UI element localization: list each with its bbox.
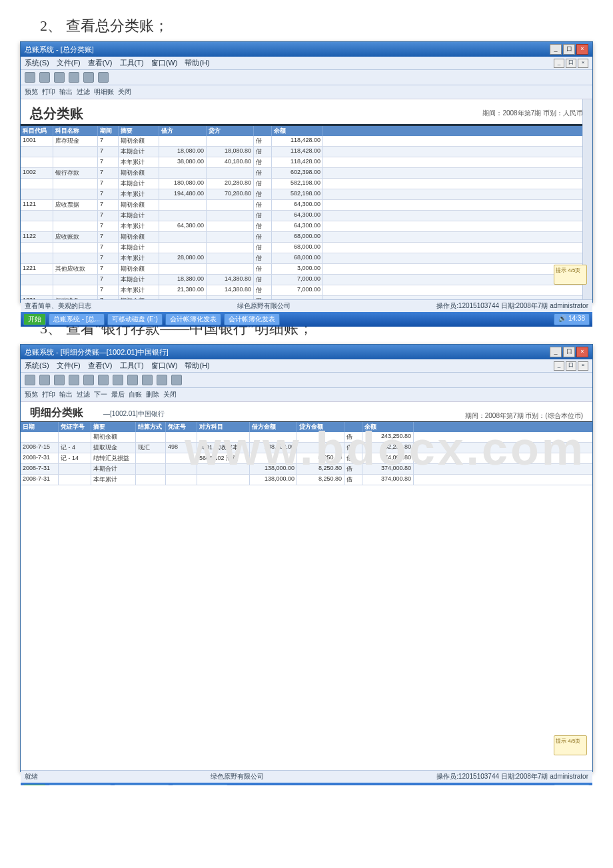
mdi-close[interactable]: ×: [578, 361, 588, 371]
menu-file[interactable]: 文件(F): [57, 361, 81, 369]
table-row[interactable]: 2008-7-31本期合计138,000.008,250.80借374,000.…: [21, 464, 592, 475]
tl-print[interactable]: 打印: [42, 87, 55, 97]
tl2-6[interactable]: 最后: [111, 390, 125, 399]
tl2-1[interactable]: 打印: [42, 390, 55, 399]
mdi-close[interactable]: ×: [578, 59, 588, 68]
preview-icon[interactable]: [25, 375, 35, 385]
cell: 14,380.80: [207, 285, 254, 295]
last-icon[interactable]: [127, 375, 138, 385]
cell: 1221: [21, 264, 53, 274]
table-row[interactable]: 1221其他应收款7期初余额借3,000.00: [21, 264, 592, 275]
tl2-10[interactable]: 关闭: [163, 390, 177, 399]
table-row[interactable]: 2008-7-15记 - 4提取现金现汇4984001 实收资本138,000.…: [21, 443, 592, 453]
print-icon[interactable]: [39, 72, 50, 83]
menu-view[interactable]: 查看(V): [88, 361, 113, 369]
minimize-button[interactable]: _: [550, 44, 562, 55]
tl2-2[interactable]: 输出: [59, 390, 73, 399]
table-row[interactable]: 1121应收票据7期初余额借64,300.00: [21, 200, 592, 211]
table-row[interactable]: 7本年累计64,380.00借64,300.00: [21, 221, 592, 232]
task-app[interactable]: 总账系统 - [明细...: [49, 784, 111, 785]
table-row[interactable]: 7本年累计194,480.0070,280.80借582,198.00: [21, 189, 592, 200]
menu-help[interactable]: 帮助(H): [185, 361, 209, 369]
menu-file[interactable]: 文件(F): [57, 59, 81, 67]
table-row[interactable]: 7本年累计21,380.0014,380.80借7,000.00: [21, 285, 592, 296]
filter-icon[interactable]: [69, 375, 79, 385]
table-row[interactable]: 1001库存现金7期初余额借118,428.00: [21, 136, 592, 147]
table-row[interactable]: 1122应收账款7期初余额借68,000.00: [21, 232, 592, 243]
export-icon[interactable]: [54, 72, 65, 83]
menu-help[interactable]: 帮助(H): [185, 59, 209, 67]
tl2-5[interactable]: 下一: [94, 390, 107, 399]
prev-icon[interactable]: [98, 375, 109, 385]
close-button[interactable]: ×: [576, 347, 588, 357]
minimize-button[interactable]: _: [550, 347, 562, 357]
table-row[interactable]: 1231坏账准备7期初余额平: [21, 296, 592, 299]
tl-export[interactable]: 输出: [59, 87, 73, 97]
tl-detail[interactable]: 明细账: [94, 87, 114, 97]
task-doc2[interactable]: 会计帐簿化发表: [224, 313, 280, 325]
start-button[interactable]: 开始: [23, 784, 46, 785]
cell: [166, 432, 197, 442]
cell: 应收账款: [53, 232, 98, 242]
table-row[interactable]: 7本期合计借68,000.00: [21, 243, 592, 253]
tl2-0[interactable]: 预览: [25, 390, 38, 399]
tray[interactable]: 🔊 14:38: [554, 313, 590, 325]
maximize-button[interactable]: 口: [563, 44, 575, 55]
menu-view[interactable]: 查看(V): [88, 59, 113, 67]
menu-system[interactable]: 系统(S): [25, 361, 49, 369]
menu-tools[interactable]: 工具(T): [120, 59, 144, 67]
table-row[interactable]: 2008-7-31记 - 14结转汇兑损益5603 102 汇兑8,250.80…: [21, 453, 592, 464]
table-row[interactable]: 7本期合计18,380.0014,380.80借7,000.00: [21, 275, 592, 285]
maximize-button[interactable]: 口: [563, 347, 575, 357]
task-doc1[interactable]: 会计帐簿化发表: [165, 313, 221, 325]
cell: [207, 264, 254, 274]
tl-close[interactable]: 关闭: [118, 87, 131, 97]
tl2-9[interactable]: 删除: [146, 390, 159, 399]
tips-balloon[interactable]: 提示 4/5页: [554, 735, 587, 755]
tl-filter[interactable]: 过滤: [77, 87, 90, 97]
table-row[interactable]: 7本期合计借64,300.00: [21, 211, 592, 221]
task-app[interactable]: 总账系统 - [总...: [49, 313, 105, 325]
table-row[interactable]: 7本期合计18,080.0018,080.80借118,428.00: [21, 147, 592, 157]
mdi-max[interactable]: 口: [566, 361, 576, 371]
menu-window[interactable]: 窗口(W): [151, 361, 178, 369]
mdi-min[interactable]: _: [554, 361, 564, 371]
menu-system[interactable]: 系统(S): [25, 59, 49, 67]
start-button[interactable]: 开始: [23, 313, 46, 325]
cell: [53, 189, 98, 199]
close-button[interactable]: ×: [576, 44, 588, 55]
delete-icon[interactable]: [157, 375, 167, 385]
task-disk[interactable]: 可移动磁盘 (E:): [114, 784, 169, 785]
mdi-max[interactable]: 口: [566, 59, 576, 68]
first-icon[interactable]: [83, 375, 94, 385]
menu-tools[interactable]: 工具(T): [120, 361, 144, 369]
table-row[interactable]: 期初余额借243,250.80: [21, 432, 592, 443]
close-icon[interactable]: [171, 375, 182, 385]
tl2-7[interactable]: 自账: [129, 390, 142, 399]
tl2-3[interactable]: 过滤: [77, 390, 90, 399]
cell: [207, 243, 254, 253]
table-row[interactable]: 7本年累计38,080.0040,180.80借118,428.00: [21, 157, 592, 168]
table-row[interactable]: 2008-7-31本年累计138,000.008,250.80借374,000.…: [21, 475, 592, 485]
table-row[interactable]: 7本期合计180,080.0020,280.80借582,198.00: [21, 179, 592, 189]
task-doc[interactable]: 会计帐簿化发表: [172, 784, 228, 785]
close-icon[interactable]: [98, 72, 109, 83]
mdi-min[interactable]: _: [554, 59, 564, 68]
cell: 借: [254, 285, 272, 295]
filter-icon[interactable]: [69, 72, 79, 83]
cell: [53, 211, 98, 221]
next-icon[interactable]: [113, 375, 123, 385]
app1-content: 期间：2008年第7期 币别：人民币 总分类账 科目代码科目名称期间摘要借方贷方…: [21, 99, 592, 299]
task-disk[interactable]: 可移动磁盘 (E:): [107, 313, 163, 325]
tips-balloon[interactable]: 提示 4/5页: [554, 265, 587, 285]
ledger-icon[interactable]: [142, 375, 153, 385]
tl-preview[interactable]: 预览: [25, 87, 38, 97]
tray[interactable]: 🔊 14:38: [554, 784, 590, 785]
detail-icon[interactable]: [83, 72, 94, 83]
table-row[interactable]: 1002银行存款7期初余额借602,398.00: [21, 168, 592, 179]
print-icon[interactable]: [39, 375, 50, 385]
export-icon[interactable]: [54, 375, 65, 385]
preview-icon[interactable]: [25, 72, 35, 83]
table-row[interactable]: 7本年累计28,080.00借68,000.00: [21, 253, 592, 264]
menu-window[interactable]: 窗口(W): [151, 59, 178, 67]
